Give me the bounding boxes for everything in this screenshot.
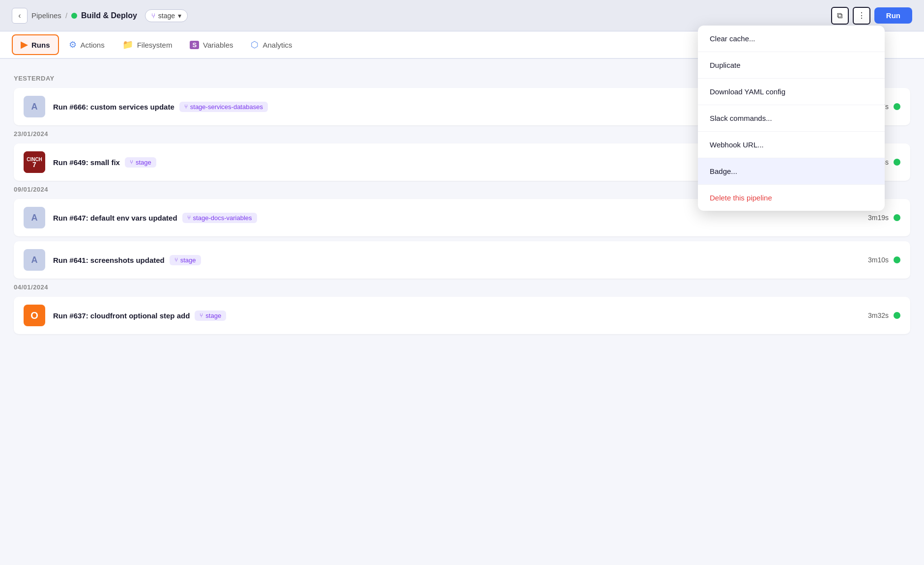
run-duration: 3m32s xyxy=(868,311,889,319)
branch-tag-label: stage xyxy=(180,256,196,264)
dropdown-item-download-yaml[interactable]: Download YAML config xyxy=(698,79,885,105)
branch-tag-label: stage-services-databases xyxy=(190,103,263,111)
back-button[interactable]: ‹ xyxy=(12,8,28,24)
branch-tag-label: stage xyxy=(205,312,221,319)
run-title: Run #641: screenshots updated xyxy=(53,256,165,264)
stage-selector[interactable]: ⑂ stage ▾ xyxy=(145,9,188,22)
run-info: Run #637: cloudfront optional step add⑂s… xyxy=(53,311,868,321)
more-options-button[interactable]: ⋮ xyxy=(853,7,870,25)
branch-tag[interactable]: ⑂stage xyxy=(125,157,156,168)
breadcrumb-pipelines[interactable]: Pipelines xyxy=(31,11,61,20)
table-row[interactable]: ORun #637: cloudfront optional step add⑂… xyxy=(14,297,910,334)
run-meta: 3m32s xyxy=(868,311,900,319)
status-dot xyxy=(894,103,900,110)
run-title: Run #647: default env vars updated xyxy=(53,214,177,222)
dropdown-item-clear-cache[interactable]: Clear cache... xyxy=(698,26,885,52)
actions-icon: ⚙ xyxy=(69,39,77,50)
dropdown-item-badge[interactable]: Badge... xyxy=(698,158,885,184)
tab-analytics-label: Analytics xyxy=(262,41,292,49)
section-date-3: 04/01/2024 xyxy=(14,283,910,291)
analytics-icon: ⬡ xyxy=(251,39,259,50)
stage-label: stage xyxy=(158,12,175,20)
tab-actions-label: Actions xyxy=(81,41,105,49)
runs-icon: ▶ xyxy=(21,39,28,50)
run-duration: 3m10s xyxy=(868,256,889,264)
avatar: CINCH 7 xyxy=(24,151,45,173)
run-info: Run #641: screenshots updated⑂stage xyxy=(53,255,868,265)
tab-runs-label: Runs xyxy=(31,41,50,49)
tab-filesystem-label: Filesystem xyxy=(137,41,173,49)
status-dot xyxy=(894,159,900,166)
svg-text:7: 7 xyxy=(32,161,36,169)
branch-tag[interactable]: ⑂stage-services-databases xyxy=(179,102,268,112)
run-title: Run #666: custom services update xyxy=(53,103,174,111)
table-row[interactable]: ARun #641: screenshots updated⑂stage3m10… xyxy=(14,241,910,279)
run-meta: 3m10s xyxy=(868,256,900,264)
pipeline-status-dot xyxy=(71,13,77,19)
header-left: ‹ Pipelines / Build & Deploy ⑂ stage ▾ xyxy=(12,8,831,24)
run-meta: 3m19s xyxy=(868,214,900,222)
run-duration: 3m19s xyxy=(868,214,889,222)
avatar: A xyxy=(24,249,45,271)
dropdown-menu: Clear cache...DuplicateDownload YAML con… xyxy=(698,26,885,211)
dropdown-item-slack-commands[interactable]: Slack commands... xyxy=(698,105,885,132)
branch-tag[interactable]: ⑂stage-docs-variables xyxy=(182,213,257,223)
filesystem-icon: 📁 xyxy=(122,39,133,50)
dropdown-item-delete[interactable]: Delete this pipeline xyxy=(698,184,885,211)
branch-tag-icon: ⑂ xyxy=(184,103,188,110)
dropdown-item-duplicate[interactable]: Duplicate xyxy=(698,52,885,79)
run-title: Run #637: cloudfront optional step add xyxy=(53,311,190,320)
branch-icon: ⑂ xyxy=(151,12,155,20)
avatar: A xyxy=(24,96,45,117)
tab-actions[interactable]: ⚙ Actions xyxy=(61,34,113,55)
tab-analytics[interactable]: ⬡ Analytics xyxy=(243,34,300,55)
branch-tag-icon: ⑂ xyxy=(187,214,191,221)
status-dot xyxy=(894,214,900,221)
branch-tag[interactable]: ⑂stage xyxy=(170,255,201,265)
status-dot xyxy=(894,256,900,263)
variables-icon: S xyxy=(190,41,199,49)
branch-tag-label: stage-docs-variables xyxy=(193,214,252,222)
branch-tag-icon: ⑂ xyxy=(130,159,133,166)
branch-tag-icon: ⑂ xyxy=(200,312,203,319)
avatar: A xyxy=(24,207,45,228)
branch-tag-label: stage xyxy=(136,159,151,166)
branch-tag[interactable]: ⑂stage xyxy=(195,311,226,321)
tab-variables[interactable]: S Variables xyxy=(182,34,241,55)
pipeline-name: Build & Deploy xyxy=(81,11,137,20)
tab-runs[interactable]: ▶ Runs xyxy=(12,34,59,55)
run-title: Run #649: small fix xyxy=(53,158,120,167)
run-button[interactable]: Run xyxy=(874,7,912,24)
breadcrumb-separator: / xyxy=(65,11,67,20)
branch-tag-icon: ⑂ xyxy=(174,256,178,263)
run-info: Run #647: default env vars updated⑂stage… xyxy=(53,213,868,223)
tab-variables-label: Variables xyxy=(203,41,233,49)
tab-filesystem[interactable]: 📁 Filesystem xyxy=(115,34,180,55)
dropdown-item-webhook-url[interactable]: Webhook URL... xyxy=(698,132,885,158)
chevron-down-icon: ▾ xyxy=(178,12,181,20)
avatar: O xyxy=(24,305,45,326)
status-dot xyxy=(894,312,900,319)
external-link-button[interactable]: ⧉ xyxy=(831,7,849,25)
header-right: ⧉ ⋮ Run xyxy=(831,7,912,25)
